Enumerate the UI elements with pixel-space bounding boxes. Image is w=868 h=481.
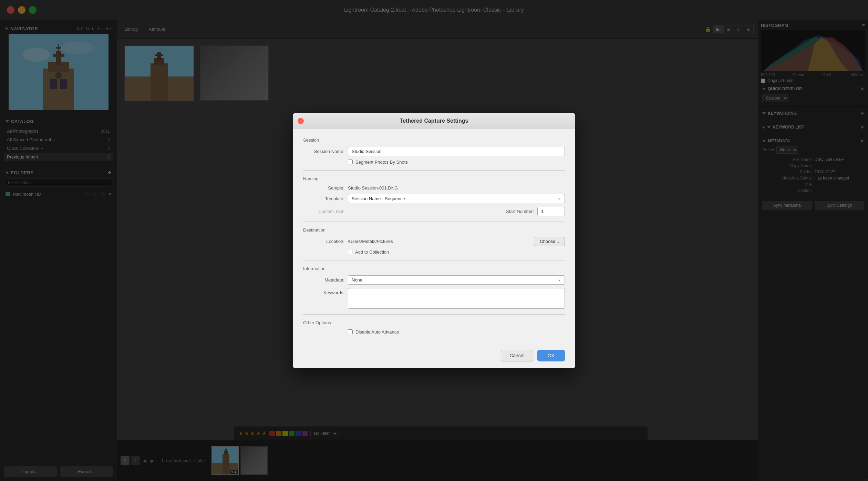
custom-text-row: Custom Text: Start Number: [303, 207, 565, 216]
custom-text-label: Custom Text: [303, 209, 344, 214]
template-select[interactable]: Session Name - Sequence [348, 194, 565, 203]
disable-auto-advance-label: Disable Auto Advance [355, 329, 399, 335]
sample-value: Studio Session-001.DNG [348, 185, 398, 191]
session-name-row: Session Name: [303, 147, 565, 156]
divider-1 [303, 170, 565, 171]
sample-label: Sample: [303, 185, 344, 191]
location-value: /Users/Metal2/Pictures [348, 239, 530, 244]
metadata-row-label: Metadata: [303, 277, 344, 283]
disable-auto-advance-row: Disable Auto Advance [348, 329, 565, 335]
metadata-select-wrapper: None [348, 275, 565, 285]
segment-photos-row: Segment Photos By Shots [348, 160, 565, 165]
other-options-label: Other Options [303, 320, 565, 325]
naming-section-label: Naming [303, 176, 565, 181]
destination-section-label: Destination [303, 227, 565, 233]
window: Lightroom Catalog-2.lrcat – Adobe Photos… [0, 0, 868, 481]
metadata-row: Metadata: None [303, 275, 565, 285]
session-section-label: Session [303, 137, 565, 143]
start-number-input[interactable] [537, 207, 565, 216]
ok-button[interactable]: OK [537, 350, 565, 361]
disable-auto-advance-checkbox[interactable] [348, 329, 353, 334]
sample-row: Sample: Studio Session-001.DNG [303, 185, 565, 191]
location-label: Location: [303, 239, 344, 244]
add-to-collection-checkbox[interactable] [348, 250, 352, 254]
divider-3 [303, 260, 565, 260]
session-name-input[interactable] [348, 147, 565, 156]
segment-photos-checkbox[interactable] [348, 160, 353, 164]
keywords-row: Keywords: [303, 288, 565, 309]
keywords-textarea[interactable] [348, 288, 565, 309]
divider-2 [303, 222, 565, 222]
metadata-select[interactable]: None [348, 275, 565, 285]
add-to-collection-row: Add to Collection [348, 249, 565, 255]
information-section-label: Information [303, 266, 565, 271]
start-number-label: Start Number: [506, 209, 534, 214]
dialog-close-button[interactable] [298, 118, 304, 124]
add-to-collection-label: Add to Collection [355, 249, 389, 255]
dialog-body: Session Session Name: Segment Photos By … [293, 129, 575, 345]
keywords-label: Keywords: [303, 288, 344, 295]
location-row: Location: /Users/Metal2/Pictures Choose.… [303, 237, 565, 246]
tethered-capture-dialog: Tethered Capture Settings Session Sessio… [293, 113, 575, 368]
session-name-label: Session Name: [303, 149, 344, 154]
dialog-overlay: Tethered Capture Settings Session Sessio… [0, 0, 868, 481]
segment-photos-label: Segment Photos By Shots [355, 160, 408, 165]
template-select-wrapper: Session Name - Sequence [348, 194, 565, 203]
dialog-footer: Cancel OK [293, 345, 575, 368]
cancel-button[interactable]: Cancel [501, 350, 533, 361]
template-row: Template: Session Name - Sequence [303, 194, 565, 203]
choose-button[interactable]: Choose... [534, 237, 565, 246]
template-label: Template: [303, 196, 344, 201]
dialog-title: Tethered Capture Settings [400, 118, 468, 124]
dialog-titlebar: Tethered Capture Settings [293, 113, 575, 129]
divider-4 [303, 314, 565, 315]
